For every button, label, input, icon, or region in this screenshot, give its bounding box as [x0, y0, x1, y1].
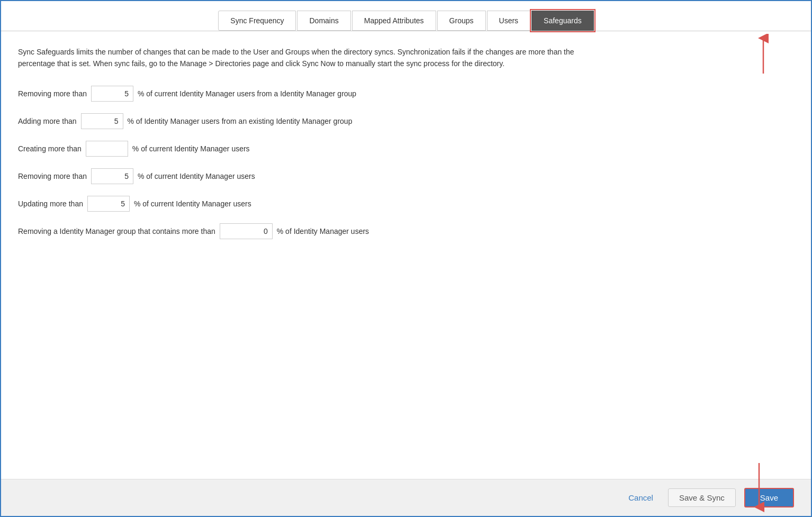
tab-sync-frequency[interactable]: Sync Frequency	[218, 11, 296, 31]
input-remove-users[interactable]	[91, 168, 133, 184]
footer: Cancel Save & Sync Save	[1, 479, 811, 516]
form-row-update-users: Updating more than % of current Identity…	[18, 196, 794, 212]
label-add-group-users-before: Adding more than	[18, 117, 77, 125]
form-row-remove-group: Removing a Identity Manager group that c…	[18, 223, 794, 239]
tab-domains[interactable]: Domains	[297, 11, 350, 31]
main-content: Sync Safeguards limits the number of cha…	[1, 31, 811, 479]
form-row-remove-users: Removing more than % of current Identity…	[18, 168, 794, 184]
label-create-users-after: % of current Identity Manager users	[132, 144, 250, 153]
tab-safeguards[interactable]: Safeguards	[531, 11, 594, 31]
page-wrapper: Sync Frequency Domains Mapped Attributes…	[0, 0, 812, 517]
input-remove-group-users[interactable]	[91, 86, 133, 102]
save-sync-button[interactable]: Save & Sync	[668, 488, 736, 507]
tabs-container: Sync Frequency Domains Mapped Attributes…	[1, 1, 811, 31]
input-add-group-users[interactable]	[81, 113, 123, 129]
input-update-users[interactable]	[87, 196, 130, 212]
label-remove-group-after: % of Identity Manager users	[277, 227, 369, 235]
label-update-users-after: % of current Identity Manager users	[134, 199, 251, 208]
label-remove-group-before: Removing a Identity Manager group that c…	[18, 227, 215, 235]
tab-users[interactable]: Users	[487, 11, 531, 31]
label-remove-group-users-before: Removing more than	[18, 89, 87, 98]
form-row-create-users: Creating more than % of current Identity…	[18, 141, 794, 157]
form-row-remove-group-users: Removing more than % of current Identity…	[18, 86, 794, 102]
description-text: Sync Safeguards limits the number of cha…	[18, 46, 600, 70]
input-create-users[interactable]	[86, 141, 128, 157]
form-row-add-group-users: Adding more than % of Identity Manager u…	[18, 113, 794, 129]
label-create-users-before: Creating more than	[18, 144, 82, 153]
save-button[interactable]: Save	[744, 488, 794, 507]
tab-mapped-attributes[interactable]: Mapped Attributes	[352, 11, 436, 31]
label-remove-users-before: Removing more than	[18, 172, 87, 180]
input-remove-group[interactable]	[220, 223, 273, 239]
cancel-button[interactable]: Cancel	[622, 489, 660, 506]
label-remove-group-users-after: % of current Identity Manager users from…	[138, 89, 356, 98]
label-add-group-users-after: % of Identity Manager users from an exis…	[128, 117, 353, 125]
label-update-users-before: Updating more than	[18, 199, 83, 208]
tab-groups[interactable]: Groups	[437, 11, 486, 31]
label-remove-users-after: % of current Identity Manager users	[138, 172, 255, 180]
